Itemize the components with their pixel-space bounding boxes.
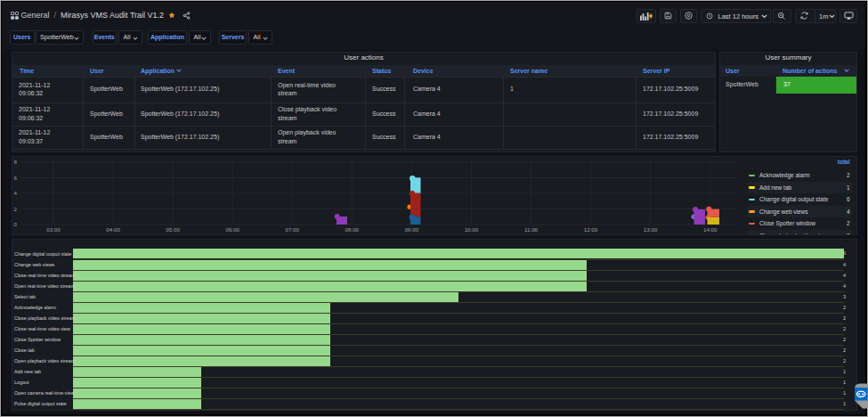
svg-text:08:00: 08:00 — [345, 226, 360, 233]
svg-text:03:00: 03:00 — [46, 226, 61, 233]
svg-text:09:00: 09:00 — [405, 226, 419, 233]
svg-text:14:00: 14:00 — [703, 226, 718, 233]
svg-text:12:00: 12:00 — [584, 226, 598, 233]
svg-text:0: 0 — [14, 221, 18, 227]
svg-text:8: 8 — [14, 159, 18, 165]
svg-text:2: 2 — [14, 206, 18, 212]
svg-text:07:00: 07:00 — [285, 226, 299, 233]
svg-text:06:00: 06:00 — [225, 226, 239, 233]
svg-text:04:00: 04:00 — [106, 226, 120, 233]
svg-text:6: 6 — [14, 175, 18, 181]
svg-text:10:00: 10:00 — [465, 226, 479, 233]
svg-text:11:00: 11:00 — [524, 226, 539, 233]
svg-text:05:00: 05:00 — [166, 226, 180, 233]
svg-text:13:00: 13:00 — [644, 226, 658, 233]
svg-text:4: 4 — [14, 190, 18, 196]
